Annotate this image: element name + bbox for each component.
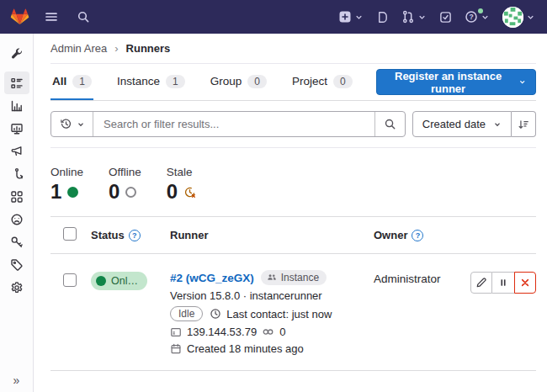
- sidebar-item-abuse-reports[interactable]: [4, 208, 29, 230]
- sort-direction-button[interactable]: [512, 111, 536, 137]
- sidebar-item-overview[interactable]: [4, 72, 29, 94]
- clock-icon: [210, 308, 221, 320]
- tab-all[interactable]: All 1: [50, 64, 93, 100]
- runner-link-count: 0: [279, 326, 285, 338]
- breadcrumb: Admin Area › Runners: [50, 34, 536, 64]
- stale-count: 0: [167, 181, 178, 203]
- sidebar-item-admin-area[interactable]: [4, 42, 29, 65]
- runner-table-row: Online #2 (wCG_zeGX) Instance Version 15…: [50, 254, 536, 371]
- top-navigation-bar: ?: [0, 0, 547, 34]
- user-menu-button[interactable]: [502, 7, 535, 28]
- search-history-dropdown[interactable]: [51, 112, 93, 136]
- select-all-checkbox[interactable]: [63, 227, 77, 241]
- offline-status-icon: [125, 187, 136, 198]
- chevron-down-icon: [518, 77, 526, 87]
- tab-instance[interactable]: Instance 1: [115, 64, 187, 100]
- stat-stale: Stale 0: [167, 166, 196, 203]
- gitlab-logo[interactable]: [10, 8, 29, 26]
- svg-text:?: ?: [469, 13, 473, 21]
- search-input[interactable]: [93, 112, 374, 136]
- notification-dot-icon: [478, 8, 483, 13]
- topbar-right-group: ?: [338, 7, 535, 28]
- runner-actions: [470, 270, 536, 294]
- online-count: 1: [50, 181, 61, 203]
- tab-group-count: 0: [247, 75, 267, 88]
- issues-button[interactable]: [376, 11, 389, 24]
- breadcrumb-admin-area[interactable]: Admin Area: [50, 42, 107, 55]
- edit-runner-button[interactable]: [470, 272, 492, 294]
- runner-status-stats: Online 1 Offline 0 Stale 0: [50, 148, 536, 203]
- sort-controls: Created date: [412, 111, 536, 137]
- runner-created: Created 18 minutes ago: [187, 342, 304, 355]
- runner-column-header: Runner: [170, 229, 209, 241]
- key-icon: [10, 236, 24, 249]
- chevron-down-icon: [526, 13, 535, 22]
- merge-requests-button[interactable]: [401, 10, 427, 24]
- select-runner-checkbox[interactable]: [63, 273, 77, 287]
- sidebar-item-deploy-keys[interactable]: [4, 230, 29, 253]
- help-button[interactable]: ?: [465, 10, 490, 24]
- hook-icon: [10, 167, 24, 181]
- megaphone-icon: [10, 145, 24, 158]
- sidebar-expand-button[interactable]: »: [0, 373, 33, 387]
- runner-type-tabs: All 1 Instance 1 Group 0 Project 0 Regis…: [50, 64, 536, 101]
- sort-by-dropdown[interactable]: Created date: [412, 111, 512, 137]
- online-status-icon: [67, 187, 78, 198]
- pencil-icon: [475, 277, 487, 289]
- breadcrumb-separator-icon: ›: [114, 42, 118, 55]
- tab-project[interactable]: Project 0: [290, 64, 354, 100]
- offline-count: 0: [109, 181, 119, 203]
- chevron-down-icon: [417, 13, 427, 22]
- gear-icon: [10, 281, 24, 294]
- runner-owner-link[interactable]: Administrator: [374, 270, 470, 285]
- sidebar-item-analytics[interactable]: [4, 94, 29, 117]
- user-avatar: [502, 7, 523, 28]
- stat-offline: Offline 0: [109, 166, 141, 203]
- runner-idle-badge: Idle: [170, 306, 203, 321]
- chevron-down-icon: [493, 120, 502, 129]
- status-help-icon[interactable]: ?: [129, 230, 141, 241]
- tab-all-count: 1: [72, 75, 92, 88]
- sidebar-item-applications[interactable]: [4, 185, 29, 208]
- runner-summary-cell: #2 (wCG_zeGX) Instance Version 15.8.0 · …: [170, 270, 374, 355]
- monitor-icon: [10, 122, 24, 135]
- breadcrumb-runners: Runners: [126, 42, 171, 55]
- sidebar-item-monitoring[interactable]: [4, 117, 29, 140]
- hamburger-menu-button[interactable]: [45, 10, 58, 24]
- online-dot-icon: [96, 276, 106, 286]
- main-content: Admin Area › Runners All 1 Instance 1 Gr…: [34, 34, 547, 392]
- new-menu-button[interactable]: [338, 10, 364, 24]
- owner-column-header: Owner: [374, 229, 407, 241]
- filter-row: Created date: [50, 111, 536, 137]
- runner-ip-address: 139.144.53.79: [187, 326, 257, 338]
- sad-face-icon: [10, 213, 24, 226]
- chevron-down-icon: [354, 13, 364, 22]
- chevron-down-icon: [481, 13, 490, 22]
- runners-table-header: Status ? Runner Owner ?: [50, 216, 536, 254]
- delete-runner-button[interactable]: [514, 272, 536, 294]
- sidebar-item-settings[interactable]: [4, 276, 29, 299]
- sort-descending-icon: [518, 119, 529, 130]
- sidebar-item-system-hooks[interactable]: [4, 162, 29, 185]
- runner-version-line: Version 15.8.0 · instancerunner: [170, 289, 322, 302]
- chart-icon: [10, 99, 24, 113]
- register-instance-runner-button[interactable]: Register an instance runner: [376, 69, 536, 95]
- tab-project-count: 0: [333, 75, 353, 88]
- computer-icon: [170, 326, 182, 338]
- runner-last-contact: Last contact: just now: [226, 308, 332, 320]
- tab-group[interactable]: Group 0: [209, 64, 268, 100]
- list-icon: [10, 77, 24, 90]
- history-icon: [60, 118, 72, 130]
- runner-online-badge: Online: [91, 272, 147, 290]
- label-icon: [10, 258, 24, 272]
- pause-runner-button[interactable]: [492, 272, 514, 294]
- runner-link[interactable]: #2 (wCG_zeGX): [170, 272, 254, 284]
- search-button[interactable]: [77, 10, 90, 24]
- todos-button[interactable]: [439, 11, 452, 24]
- search-submit-button[interactable]: [374, 112, 405, 136]
- search-icon: [384, 118, 396, 130]
- runner-type-badge: Instance: [261, 270, 327, 285]
- owner-help-icon[interactable]: ?: [412, 230, 423, 241]
- sidebar-item-messages[interactable]: [4, 140, 29, 162]
- sidebar-item-labels[interactable]: [4, 253, 29, 276]
